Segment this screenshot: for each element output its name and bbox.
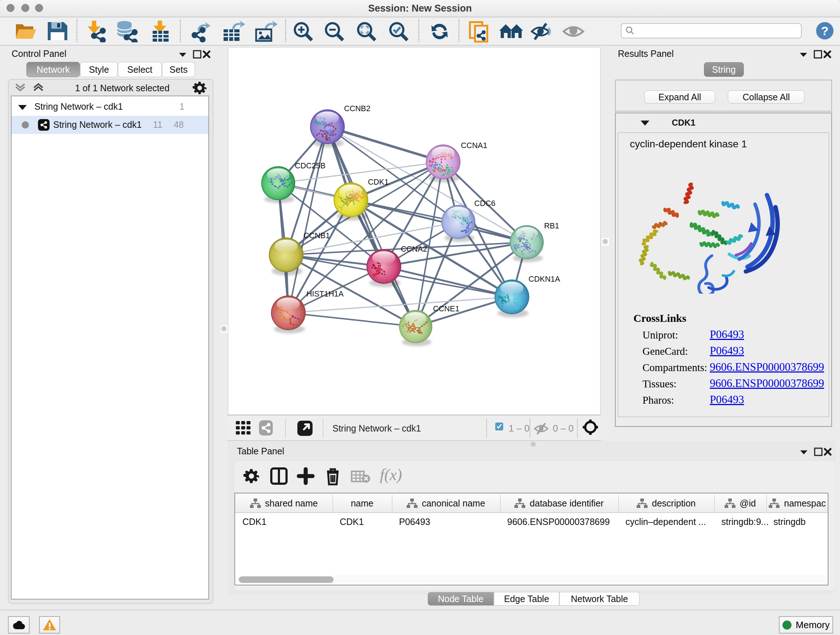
svg-text:CDKN1A: CDKN1A — [529, 275, 561, 283]
svg-text:CCNA1: CCNA1 — [461, 141, 487, 150]
svg-text:CCNA2: CCNA2 — [401, 245, 427, 253]
svg-text:CCNE1: CCNE1 — [433, 304, 459, 313]
svg-text:CDC6: CDC6 — [474, 199, 496, 208]
svg-text:CDK1: CDK1 — [368, 178, 388, 187]
svg-text:CCNB2: CCNB2 — [344, 104, 370, 113]
svg-text:HIST1H1A: HIST1H1A — [306, 290, 344, 298]
svg-text:RB1: RB1 — [544, 222, 559, 230]
svg-text:CCNB1: CCNB1 — [303, 231, 330, 240]
svg-text:CDC25B: CDC25B — [295, 162, 325, 170]
